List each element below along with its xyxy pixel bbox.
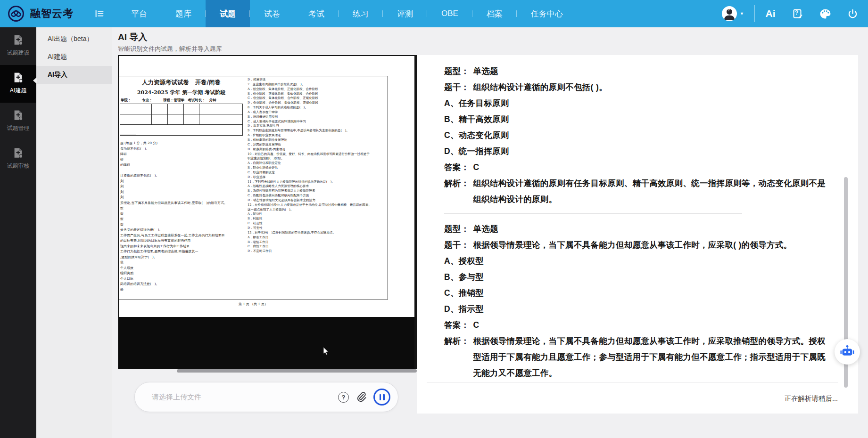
paper-line: B．创业阶段、正规化阶段、集体化阶段、合作阶段 xyxy=(248,92,386,97)
nav-item[interactable]: 试题 xyxy=(206,0,250,27)
paper-line: 10．对自己的兴趣、价值观、爱好、特长、内在动机和需求等因素进行分析这一过程处于 xyxy=(248,152,386,157)
sidebar-item[interactable]: AI建题 xyxy=(0,65,36,103)
nav-item[interactable]: OBE xyxy=(427,0,472,27)
paper-line: 题 (每题 1 分，共 20 分) xyxy=(120,141,243,146)
sidebar-item[interactable]: 试题管理 xyxy=(0,103,36,140)
mouse-cursor xyxy=(323,347,330,355)
nav-item[interactable]: 练习 xyxy=(339,0,383,27)
parsed-questions-panel: 题型：单选题 题干：组织结构设计遵循的原则不包括( )。 A、任务目标原则B、精… xyxy=(417,55,858,414)
nav-item[interactable]: 平台 xyxy=(117,0,161,27)
paper-line: 的障碍 xyxy=(120,162,243,168)
score-cell xyxy=(199,104,219,114)
paper-line: 工作行为包括工作结果,是两者的综合体,不能偏废其一 xyxy=(120,249,243,255)
answer-label: 答案： xyxy=(444,159,469,175)
option-line: A、任务目标原则 xyxy=(444,95,830,111)
score-cell xyxy=(184,114,200,125)
paper-line: 个人绩效 xyxy=(120,266,243,271)
option-line: B、参与型 xyxy=(444,269,830,285)
nav-item[interactable]: 任务中心 xyxy=(517,0,577,27)
question-divider xyxy=(444,213,742,214)
nav-item[interactable]: 评测 xyxy=(383,0,427,27)
paper-line: 值 xyxy=(120,260,243,266)
nav-item[interactable]: 题库 xyxy=(161,0,206,27)
paper-line: A．成人喜欢在干中学 xyxy=(248,110,386,115)
paper-line: B．格林豪斯的职业发展理论 xyxy=(248,138,386,143)
sidebar-item[interactable]: 试题审核 xyxy=(0,140,36,178)
power-logout-icon[interactable] xyxy=(839,0,866,27)
paper-line: 型 xyxy=(120,211,243,217)
score-cell xyxy=(219,114,242,125)
paper-line: C．职业目标的设定 xyxy=(248,170,386,175)
sidebar-item-label: AI建题 xyxy=(10,87,26,95)
paper-line: 9．下列职业生涯规划与管理理论中,不是以年龄增长为主要依据的是( )。 xyxy=(248,129,386,133)
avatar-placeholder-glyph: ? xyxy=(727,8,730,12)
help-doc-icon[interactable]: ? xyxy=(784,0,811,27)
paper-line: B．时效性 xyxy=(248,217,386,221)
paper-line: C．沙因的职业发展理论 xyxy=(248,143,386,147)
sidebar-item-label: 试题建设 xyxy=(7,49,30,57)
score-cell xyxy=(136,104,152,114)
nav-item[interactable]: 试卷 xyxy=(250,0,294,27)
paper-top-rule xyxy=(119,76,388,76)
horizontal-scrollbar[interactable] xyxy=(177,369,417,373)
paper-line: 则 xyxy=(120,179,243,185)
score-cell xyxy=(184,104,200,114)
paper-line: 型 xyxy=(120,206,243,211)
paper-line: 效含义的表述错误的是( )。 xyxy=(120,227,243,233)
paper-line: A．自我评估和职业定位 xyxy=(248,161,386,166)
robot-icon xyxy=(840,345,854,359)
help-icon[interactable]: ? xyxy=(338,392,349,403)
chevron-down-icon[interactable]: ▼ xyxy=(740,11,744,16)
theme-palette-icon[interactable] xyxy=(811,0,839,27)
file-upload-input[interactable]: 请选择上传文件 ? xyxy=(134,382,398,412)
nav-item[interactable]: 档案 xyxy=(472,0,517,27)
pause-button[interactable] xyxy=(373,389,390,406)
paper-line: 7．企业生命周期的四个阶段依次是( )。 xyxy=(248,82,386,87)
paper-line: 现由来的和未来表现出来的工作行为和工作结果 xyxy=(120,244,243,250)
paper-line: B．职业生涯机会评估 xyxy=(248,166,386,170)
option-line: D、指示型 xyxy=(444,301,830,317)
menu-collapse-icon[interactable] xyxy=(94,0,105,27)
submenu-item[interactable]: AI出题（beta） xyxy=(36,30,112,48)
score-cell xyxy=(136,114,152,125)
paper-column-divider xyxy=(244,76,244,300)
question-type: 单选题 xyxy=(473,63,830,79)
module-sidebar: 试题建设 AI建题 试题管理 试题 xyxy=(0,27,36,438)
options-list: A、授权型B、参与型C、推销型D、指示型 xyxy=(444,253,830,317)
stem-label: 题干： xyxy=(444,79,469,95)
ai-assistant-icon[interactable]: Ai xyxy=(757,0,784,27)
paper-line: 的目标有关,对组织的目标应当有直接的影响作用 xyxy=(120,238,243,244)
ai-robot-button[interactable] xyxy=(835,339,860,365)
paper-line: D．动态性要求组织文化必须具备创新求变的活力 xyxy=(248,198,386,203)
paper-title: 人力资源考试试卷 开卷/闭卷 xyxy=(119,79,244,87)
paper-line: A．能动性 xyxy=(248,212,386,217)
score-cell xyxy=(199,114,219,125)
question-analysis: 组织结构设计遵循的原则有任务目标原则、精干高效原则、统一指挥原则等，动态变化原则… xyxy=(473,175,830,207)
paper-line: 12．在价值创造过程中,人力资源总是处于主动地位,是劳动过程中最积极、最活跃的因… xyxy=(248,203,386,208)
brand[interactable]: 融智云考 xyxy=(0,0,88,27)
attachment-icon[interactable] xyxy=(355,391,367,403)
paper-right-rule xyxy=(388,76,388,300)
paper-line: 工作而产生的,与员工工作过程直接联系在一起,工作之外的行为和结果不 xyxy=(120,233,243,239)
nav-item[interactable]: 考试 xyxy=(294,0,339,27)
score-cell xyxy=(168,114,184,125)
score-cell xyxy=(120,114,136,125)
paper-line: 则 xyxy=(120,190,243,195)
submenu-item[interactable]: AI导入 xyxy=(36,66,112,84)
question-stem: 组织结构设计遵循的原则不包括( )。 xyxy=(473,79,830,95)
paper-line: D．不定时工作日 xyxy=(248,249,386,254)
submenu-item[interactable]: AI建题 xyxy=(36,48,112,66)
paper-line: 职业生涯规划的( )阶段。 xyxy=(248,156,386,161)
parsing-status: 正在解析请稍后... xyxy=(784,394,838,403)
option-line: D、统一指挥原则 xyxy=(444,143,830,159)
sidebar-item[interactable]: 试题建设 xyxy=(0,27,36,65)
paper-line: 岗培训的培训方法是( )。 xyxy=(120,282,243,287)
paper-line: 组织奖励 xyxy=(120,271,243,276)
score-cell xyxy=(120,125,136,135)
ai-submenu: AI出题（beta）AI建题AI导入 xyxy=(36,27,112,438)
analysis-label: 解析： xyxy=(444,175,469,207)
document-preview-panel: 人力资源考试试卷 开卷/闭卷 2024-2025 学年 第一学期 考试阶段 学院… xyxy=(118,55,417,369)
avatar[interactable]: ? xyxy=(722,6,737,21)
upload-placeholder: 请选择上传文件 xyxy=(152,393,331,402)
user-menu[interactable]: ? ▼ xyxy=(722,6,744,21)
